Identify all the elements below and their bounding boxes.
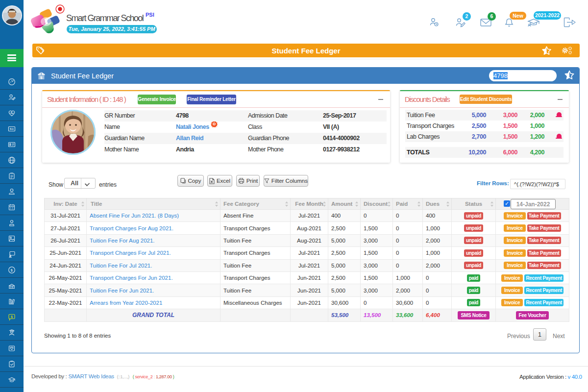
svg-text:$: $ — [10, 127, 12, 130]
svg-text:$: $ — [40, 75, 43, 80]
svg-text:$: $ — [11, 268, 13, 272]
svg-text:$: $ — [11, 315, 13, 318]
